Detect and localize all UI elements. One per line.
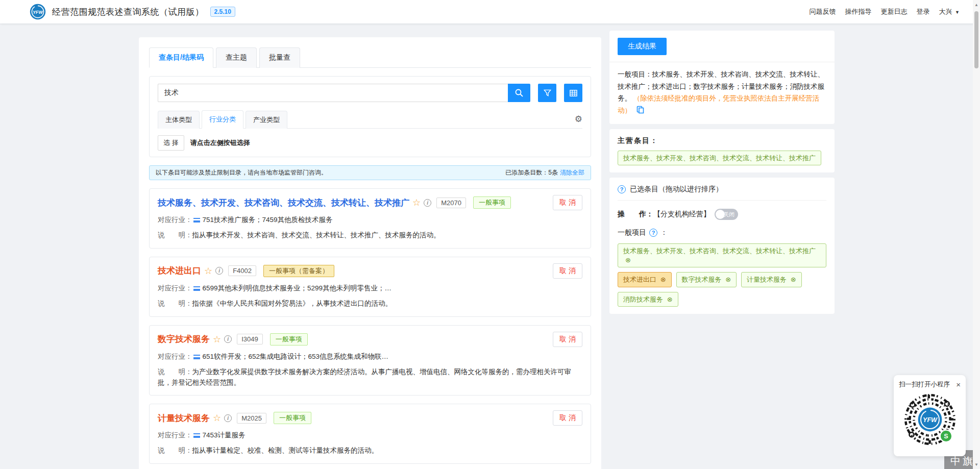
clear-all-link[interactable]: 清除全部 xyxy=(560,169,584,176)
page-title: 经营范围规范表述查询系统（试用版） xyxy=(52,6,204,18)
cancel-button[interactable]: 取 消 xyxy=(553,195,582,210)
result-code-badge: M2070 xyxy=(436,198,466,208)
subtab-entity-type[interactable]: 主体类型 xyxy=(158,111,200,129)
generate-result-panel: 生成结果 一般项目：技术服务、技术开发、技术咨询、技术交流、技术转让、技术推广；… xyxy=(609,31,835,124)
result-title[interactable]: 计量技术服务 xyxy=(158,412,210,424)
result-code-badge: I3049 xyxy=(237,334,263,344)
tab-entry-resultcode[interactable]: 查条目/结果码 xyxy=(149,47,213,68)
select-button[interactable]: 选 择 xyxy=(158,135,184,151)
result-item: 技术进出口 ☆ i F4002 一般事项（需备案） 取 消 对应行业：6599其… xyxy=(149,257,591,317)
operation-label: 操 作： xyxy=(618,210,653,219)
selected-entries-header: ? 已选条目（拖动以进行排序） xyxy=(618,185,826,201)
tab-topic[interactable]: 查主题 xyxy=(216,47,257,68)
question-icon[interactable]: ? xyxy=(618,185,626,193)
nav-feedback[interactable]: 问题反馈 xyxy=(809,7,836,16)
selected-entry-tag[interactable]: 数字技术服务 ⊗ xyxy=(676,272,737,287)
tag-close-icon[interactable]: ⊗ xyxy=(667,295,673,303)
chevron-down-icon: ▼ xyxy=(955,10,960,15)
search-input[interactable] xyxy=(158,84,508,102)
filter-button[interactable] xyxy=(538,84,556,102)
subtab-industry-category[interactable]: 行业分类 xyxy=(202,110,243,129)
result-item: 数字技术服务 ☆ i I3049 一般事项 取 消 对应行业：651软件开发；6… xyxy=(149,325,591,396)
info-icon[interactable]: i xyxy=(224,335,232,343)
table-view-button[interactable] xyxy=(564,84,582,102)
select-row: 选 择 请点击左侧按钮选择 xyxy=(158,135,582,151)
cancel-button[interactable]: 取 消 xyxy=(553,332,582,347)
result-status-badge: 一般事项 xyxy=(473,196,511,209)
description-label: 说 明： xyxy=(158,368,192,376)
industry-label: 对应行业： xyxy=(158,284,192,292)
description-row: 说 明：为产业数字化发展提供数字技术服务解决方案的经济活动。从事广播电视、增值电… xyxy=(158,367,582,388)
star-icon[interactable]: ☆ xyxy=(204,266,212,276)
selected-tags: 技术服务、技术开发、技术咨询、技术交流、技术转让、技术推广 ⊗ 技术进出口 ⊗ … xyxy=(618,243,826,307)
result-title[interactable]: 技术进出口 xyxy=(158,265,201,277)
qr-title: 扫一扫打开小程序 xyxy=(899,380,950,389)
close-icon[interactable]: × xyxy=(956,381,961,388)
nav-region-dropdown[interactable]: 大兴 ▼ xyxy=(939,7,960,16)
gear-icon[interactable]: ⚙ xyxy=(575,115,582,124)
tag-label: 数字技术服务 xyxy=(682,276,724,283)
table-icon xyxy=(569,89,578,97)
result-item: 技术服务、技术开发、技术咨询、技术交流、技术转让、技术推广 ☆ i M2070 … xyxy=(149,188,591,249)
qr-code: YFW S xyxy=(902,392,958,447)
industry-row: 对应行业：6599其他未列明信息技术服务业；5299其他未列明零售业；… xyxy=(158,283,582,294)
scrollbar-thumb[interactable] xyxy=(974,11,978,68)
info-icon[interactable]: i xyxy=(424,199,431,207)
operation-name: 【分支机构经营】 xyxy=(653,210,710,219)
scroll-up-icon[interactable]: ▲ xyxy=(973,1,980,8)
star-icon[interactable]: ☆ xyxy=(213,413,221,423)
industry-text: 6599其他未列明信息技术服务业；5299其他未列明零售业；… xyxy=(203,284,392,292)
cancel-button[interactable]: 取 消 xyxy=(553,263,582,279)
search-button[interactable] xyxy=(508,84,530,102)
right-column: 生成结果 一般项目：技术服务、技术开发、技术咨询、技术交流、技术转让、技术推广；… xyxy=(609,31,835,314)
tab-batch[interactable]: 批量查 xyxy=(259,47,300,68)
description-row: 说 明：指从事技术开发、技术咨询、技术交流、技术转让、技术推广、技术服务的活动。 xyxy=(158,230,582,241)
filter-sub-tabs: 主体类型 行业分类 产业类型 ⚙ xyxy=(158,110,582,129)
scroll-down-icon[interactable]: ▼ xyxy=(973,461,980,468)
result-status-badge: 一般事项 xyxy=(274,412,311,424)
list-icon xyxy=(193,355,200,359)
description-text: 指从事计量检定、校准、检测、测试等计量技术服务的活动。 xyxy=(192,447,379,454)
result-text-orange: （除依法须经批准的项目外，凭营业执照依法自主开展经营活动） xyxy=(618,94,819,114)
branch-operation-toggle[interactable]: 关闭 xyxy=(715,209,738,220)
tag-label: 计量技术服务 xyxy=(747,276,789,283)
svg-text:S: S xyxy=(944,433,948,440)
description-label: 说 明： xyxy=(158,231,192,239)
general-items-label: 一般项目 xyxy=(618,228,646,237)
selected-entry-tag[interactable]: 消防技术服务 ⊗ xyxy=(618,292,678,307)
main-entry-tag: 技术服务、技术开发、技术咨询、技术交流、技术转让、技术推广 xyxy=(618,151,821,166)
app-header: YFW 经营范围规范表述查询系统（试用版） 2.5.10 问题反馈 操作指导 更… xyxy=(0,0,980,23)
colon: ： xyxy=(660,228,668,237)
selected-entries-panel: ? 已选条目（拖动以进行排序） 操 作： 【分支机构经营】 关闭 一般项目 ? … xyxy=(609,178,835,314)
result-title[interactable]: 技术服务、技术开发、技术咨询、技术交流、技术转让、技术推广 xyxy=(158,197,409,209)
list-icon xyxy=(193,218,200,223)
industry-label: 对应行业： xyxy=(158,216,192,224)
tag-close-icon[interactable]: ⊗ xyxy=(791,276,796,283)
nav-changelog[interactable]: 更新日志 xyxy=(880,7,907,16)
info-icon[interactable]: i xyxy=(215,267,223,275)
question-icon[interactable]: ? xyxy=(649,229,657,237)
nav-login[interactable]: 登录 xyxy=(916,7,929,16)
result-title[interactable]: 数字技术服务 xyxy=(158,333,210,345)
selected-entry-tag[interactable]: 技术服务、技术开发、技术咨询、技术交流、技术转让、技术推广 ⊗ xyxy=(618,243,826,267)
info-icon[interactable]: i xyxy=(224,414,232,422)
tag-close-icon[interactable]: ⊗ xyxy=(725,276,731,283)
star-icon[interactable]: ☆ xyxy=(213,335,221,344)
copy-icon[interactable] xyxy=(636,106,644,114)
star-icon[interactable]: ☆ xyxy=(412,198,421,207)
cancel-button[interactable]: 取 消 xyxy=(553,410,582,426)
main-tabs: 查条目/结果码 查主题 批量查 xyxy=(149,47,591,68)
generated-result-text: 一般项目：技术服务、技术开发、技术咨询、技术交流、技术转让、技术推广；技术进出口… xyxy=(618,68,826,117)
page-scrollbar[interactable]: ▲ ▼ xyxy=(973,0,980,469)
divider xyxy=(609,62,835,62)
tag-close-icon[interactable]: ⊗ xyxy=(625,256,631,264)
selected-entry-tag[interactable]: 计量技术服务 ⊗ xyxy=(741,272,802,287)
svg-text:YFW: YFW xyxy=(923,416,938,424)
selected-entry-tag[interactable]: 技术进出口 ⊗ xyxy=(618,272,672,287)
nav-guide[interactable]: 操作指导 xyxy=(845,7,871,16)
tag-close-icon[interactable]: ⊗ xyxy=(660,276,666,283)
subtab-industry-type[interactable]: 产业类型 xyxy=(246,111,287,129)
description-text: 指从事技术开发、技术咨询、技术交流、技术转让、技术推广、技术服务的活动。 xyxy=(192,231,440,239)
industry-row: 对应行业：651软件开发；652集成电路设计；653信息系统集成和物联… xyxy=(158,352,582,362)
generate-result-button[interactable]: 生成结果 xyxy=(618,38,667,55)
